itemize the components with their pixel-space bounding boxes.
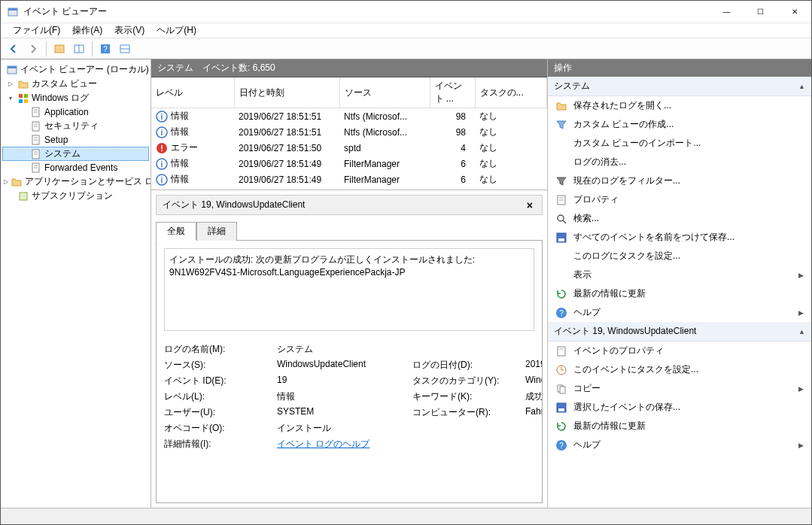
minimize-button[interactable]: — — [710, 1, 744, 23]
subscription-icon — [17, 190, 29, 202]
log-icon — [30, 120, 42, 132]
action-refresh[interactable]: 最新の情報に更新 — [548, 284, 811, 303]
back-button[interactable] — [5, 41, 23, 57]
svg-rect-49 — [558, 238, 564, 241]
table-row[interactable]: i情報2019/06/27 18:51:51Ntfs (Microsof...9… — [151, 108, 547, 125]
action-event-properties[interactable]: イベントのプロパティ — [548, 341, 811, 360]
tree-custom-views[interactable]: ▷ カスタム ビュー — [2, 77, 149, 91]
collapse-icon[interactable]: ▲ — [798, 328, 805, 335]
value-opcode: インストール — [277, 422, 412, 435]
tab-general[interactable]: 全般 — [156, 222, 196, 241]
action-filter-log[interactable]: 現在のログをフィルター... — [548, 171, 811, 190]
tab-detail[interactable]: 詳細 — [196, 222, 237, 241]
blank-icon — [555, 138, 567, 150]
table-row[interactable]: !エラー2019/06/27 18:51:50sptd4なし — [151, 140, 547, 156]
list-header: システム イベント数: 6,650 — [151, 59, 547, 77]
log-icon — [30, 148, 42, 160]
action-save-all-events[interactable]: すべてのイベントを名前をつけて保存... — [548, 228, 811, 247]
collapse-icon[interactable]: ▲ — [798, 83, 805, 90]
action-open-saved-log[interactable]: 保存されたログを開く... — [548, 96, 811, 115]
toggle-pane-button[interactable] — [70, 41, 88, 57]
table-row[interactable]: i情報2019/06/27 18:51:49mv91xx17なし — [151, 187, 547, 190]
tree-app-service-logs[interactable]: ▷ アプリケーションとサービス ログ — [2, 174, 149, 189]
action-help[interactable]: ?ヘルプ▶ — [548, 303, 811, 322]
col-source[interactable]: ソース — [339, 77, 430, 108]
collapse-icon[interactable]: ▾ — [5, 93, 15, 103]
table-row[interactable]: i情報2019/06/27 18:51:49FilterManager6なし — [151, 171, 547, 187]
action-save-selected[interactable]: 選択したイベントの保存... — [548, 398, 811, 417]
svg-text:!: ! — [160, 144, 163, 153]
value-eventid: 19 — [277, 375, 412, 387]
action-view[interactable]: 表示▶ — [548, 266, 811, 284]
col-level[interactable]: レベル — [151, 77, 234, 108]
tree-subscriptions[interactable]: サブスクリプション — [2, 189, 149, 203]
link-eventlog-help[interactable]: イベント ログのヘルプ — [277, 439, 370, 449]
label-level: レベル(L): — [164, 390, 277, 403]
table-row[interactable]: i情報2019/06/27 18:51:51Ntfs (Microsof...9… — [151, 124, 547, 140]
show-tree-button[interactable] — [50, 41, 68, 57]
tree-setup[interactable]: Setup — [2, 133, 149, 147]
label-opcode: オペコード(O): — [164, 422, 277, 435]
svg-rect-13 — [19, 99, 23, 103]
col-eventid[interactable]: イベント ... — [430, 77, 475, 108]
action-copy[interactable]: コピー▶ — [548, 379, 811, 398]
svg-text:i: i — [161, 113, 163, 121]
svg-rect-60 — [558, 408, 564, 411]
value-logdate: 2019/07/05 4:0 — [525, 359, 543, 372]
action-properties[interactable]: プロパティ — [548, 190, 811, 209]
action-attach-task-event[interactable]: このイベントにタスクを設定... — [548, 360, 811, 379]
table-row[interactable]: i情報2019/06/27 18:51:49FilterManager6なし — [151, 156, 547, 171]
svg-rect-52 — [558, 347, 565, 356]
action-find[interactable]: 検索... — [548, 209, 811, 228]
action-clear-log[interactable]: ログの消去... — [548, 153, 811, 171]
action-attach-task-log[interactable]: このログにタスクを設定... — [548, 247, 811, 266]
actions-panel: 操作 システム ▲ 保存されたログを開く... カスタム ビューの作成... カ… — [548, 59, 811, 508]
forward-button[interactable] — [24, 41, 42, 57]
detail-header: イベント 19, WindowsUpdateClient × — [156, 195, 543, 215]
menu-file[interactable]: ファイル(F) — [7, 23, 66, 38]
properties-icon — [555, 345, 567, 357]
actions-group-system[interactable]: システム ▲ — [548, 77, 811, 96]
value-taskcat: Windows Updat — [525, 375, 543, 387]
tree-root[interactable]: イベント ビューアー (ローカル) — [2, 62, 149, 77]
filter-icon — [555, 175, 567, 187]
tree-security[interactable]: セキュリティ — [2, 119, 149, 133]
menu-view[interactable]: 表示(V) — [108, 23, 151, 38]
error-icon: ! — [156, 142, 168, 154]
titlebar: イベント ビューアー — ☐ ✕ — [1, 1, 811, 23]
tree-application[interactable]: Application — [2, 105, 149, 119]
action-help-event[interactable]: ?ヘルプ▶ — [548, 435, 811, 454]
action-import-custom-view[interactable]: カスタム ビューのインポート... — [548, 134, 811, 153]
chevron-right-icon: ▶ — [798, 385, 804, 393]
help-button[interactable]: ? — [96, 41, 114, 57]
log-icon — [30, 106, 42, 118]
filter-new-icon — [555, 119, 567, 131]
menu-action[interactable]: 操作(A) — [66, 23, 108, 38]
properties-icon — [555, 194, 567, 206]
menu-help[interactable]: ヘルプ(H) — [151, 23, 202, 38]
toggle-preview-button[interactable] — [116, 41, 134, 57]
event-list[interactable]: レベル 日付と時刻 ソース イベント ... タスクの... i情報2019/0… — [151, 77, 547, 190]
info-icon: i — [156, 111, 168, 123]
col-task[interactable]: タスクの... — [475, 77, 547, 108]
app-icon — [7, 6, 19, 18]
action-create-custom-view[interactable]: カスタム ビューの作成... — [548, 115, 811, 134]
actions-group-event[interactable]: イベント 19, WindowsUpdateClient ▲ — [548, 322, 811, 341]
label-eventid: イベント ID(E): — [164, 375, 277, 387]
tree-forwarded[interactable]: Forwarded Events — [2, 161, 149, 174]
action-refresh-event[interactable]: 最新の情報に更新 — [548, 417, 811, 435]
expand-icon[interactable]: ▷ — [4, 177, 8, 187]
svg-text:?: ? — [103, 45, 108, 53]
maximize-button[interactable]: ☐ — [744, 1, 777, 23]
tree-system[interactable]: システム — [2, 147, 149, 161]
center-panel: システム イベント数: 6,650 レベル 日付と時刻 ソース イベント ...… — [151, 59, 548, 508]
label-computer: コンピューター(R): — [412, 406, 525, 419]
col-datetime[interactable]: 日付と時刻 — [234, 77, 339, 108]
help-icon: ? — [555, 439, 567, 451]
svg-rect-12 — [24, 94, 28, 98]
close-button[interactable]: ✕ — [777, 1, 811, 23]
svg-text:i: i — [161, 176, 163, 184]
expand-icon[interactable]: ▷ — [5, 79, 15, 89]
detail-close-button[interactable]: × — [524, 199, 536, 211]
tree-windows-logs[interactable]: ▾ Windows ログ — [2, 91, 149, 105]
